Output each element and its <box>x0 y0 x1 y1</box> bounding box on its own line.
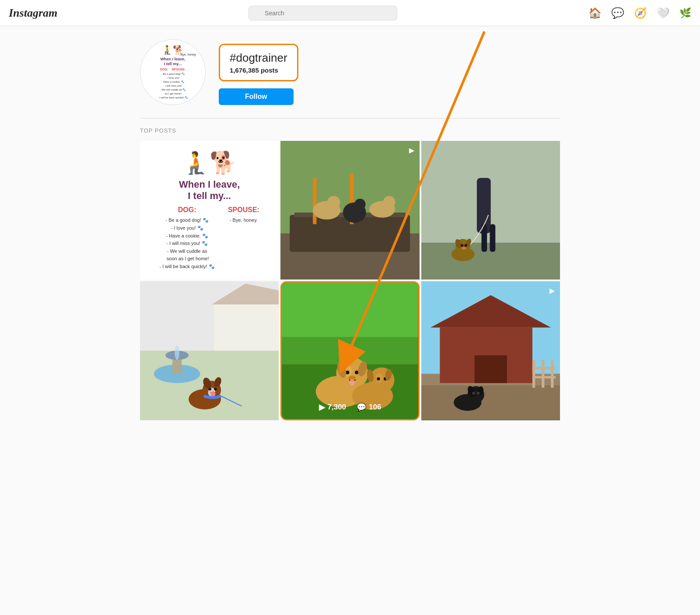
search-wrap: 🔍 <box>248 6 397 21</box>
svg-point-23 <box>462 247 466 249</box>
svg-point-47 <box>346 371 350 374</box>
leash-scene-svg <box>421 141 560 280</box>
profile-avatar: 🧎🐕 When I leave,I tell my... DOG: SPOUSE… <box>140 39 206 105</box>
aussie-scene-svg <box>140 281 279 420</box>
hashtag-posts-count: 1,676,385 posts <box>230 66 287 74</box>
hashtag-card: #dogtrainer 1,676,385 posts <box>219 44 298 81</box>
svg-rect-69 <box>532 367 556 369</box>
svg-rect-16 <box>490 224 495 252</box>
post-item-5[interactable]: ▶ 7,300 💬 106 <box>280 281 419 420</box>
meme-title: When I leave,I tell my... <box>179 179 240 202</box>
svg-point-11 <box>383 196 396 208</box>
meme-spouse-label: SPOUSE: <box>228 206 259 214</box>
avatar-title: When I leave,I tell my... <box>160 57 185 66</box>
post-item-1[interactable]: 🧎🐕 When I leave,I tell my... DOG: - Be a… <box>140 141 279 280</box>
play-icon: ▶ <box>319 402 325 412</box>
hashtag-title: #dogtrainer <box>230 51 287 65</box>
svg-rect-26 <box>214 304 279 351</box>
compass-icon[interactable]: 🧭 <box>634 8 647 18</box>
meme-columns: DOG: - Be a good dog! 🐾 - I love you! 🐾 … <box>149 206 270 270</box>
views-count: 7,300 <box>328 403 346 412</box>
post-inner-3 <box>421 141 560 280</box>
barn-scene-svg <box>421 281 560 420</box>
svg-point-37 <box>209 388 211 391</box>
messenger-icon[interactable]: 💬 <box>611 8 624 18</box>
app-logo[interactable]: Instagram <box>9 7 57 20</box>
app-header: Instagram 🔍 🏠 💬 🧭 🤍 🌿 <box>0 0 700 26</box>
meme-dog-col: DOG: - Be a good dog! 🐾 - I love you! 🐾 … <box>159 206 214 270</box>
svg-point-48 <box>355 371 358 374</box>
search-container: 🔍 <box>248 6 397 21</box>
section-top-posts-label: Top posts <box>140 118 560 134</box>
video-play-indicator-2: ▶ <box>409 146 414 154</box>
post-inner-6: ▶ <box>421 281 560 420</box>
svg-rect-70 <box>532 376 556 378</box>
video-play-indicator-6: ▶ <box>550 287 555 295</box>
post-item-6[interactable]: ▶ <box>421 281 560 420</box>
search-input[interactable] <box>248 6 397 21</box>
meme-spouse-col: SPOUSE: - Bye, honey. <box>228 206 259 270</box>
post-inner-5: ▶ 7,300 💬 106 <box>282 283 418 419</box>
svg-point-10 <box>355 199 366 210</box>
comment-icon: 💬 <box>357 402 366 412</box>
meme-dog-text: - Be a good dog! 🐾 - I love you! 🐾 - Hav… <box>159 217 214 270</box>
post-inner-4 <box>140 281 279 420</box>
svg-rect-4 <box>313 178 316 224</box>
comments-count: 106 <box>369 403 381 412</box>
heart-icon[interactable]: 🤍 <box>657 8 670 18</box>
views-stat: ▶ 7,300 <box>319 402 346 412</box>
svg-point-38 <box>214 388 217 391</box>
svg-point-39 <box>211 391 216 397</box>
svg-point-56 <box>377 377 380 381</box>
nav-icons: 🏠 💬 🧭 🤍 🌿 <box>588 8 691 18</box>
golden-scene-svg <box>282 283 418 419</box>
svg-rect-68 <box>551 360 553 388</box>
truck-scene-svg <box>280 141 419 280</box>
main-content: 🧎🐕 When I leave,I tell my... DOG: SPOUSE… <box>131 26 569 429</box>
follow-button[interactable]: Follow <box>219 88 294 105</box>
comments-stat: 💬 106 <box>357 402 381 412</box>
home-icon[interactable]: 🏠 <box>588 8 602 18</box>
posts-grid-wrapper: 🧎🐕 When I leave,I tell my... DOG: - Be a… <box>140 141 560 420</box>
avatar-labels: DOG: SPOUSE: <box>160 68 186 71</box>
svg-rect-67 <box>542 360 544 388</box>
svg-rect-66 <box>532 360 535 388</box>
activity-icon[interactable]: 🌿 <box>679 8 691 18</box>
post-item-3[interactable] <box>421 141 560 280</box>
post-item-2[interactable]: ▶ <box>280 141 419 280</box>
posts-grid: 🧎🐕 When I leave,I tell my... DOG: - Be a… <box>140 141 560 420</box>
svg-point-31 <box>175 346 179 360</box>
avatar-dog-label: DOG: <box>160 68 168 71</box>
svg-rect-65 <box>474 356 507 383</box>
post-inner-2: ▶ <box>280 141 419 280</box>
meme-icon: 🧎🐕 <box>182 150 237 175</box>
meme-dog-label: DOG: <box>159 206 214 214</box>
post-meme-content: 🧎🐕 When I leave,I tell my... DOG: - Be a… <box>140 141 279 280</box>
avatar-spouse-label: SPOUSE: <box>172 68 186 71</box>
profile-header: 🧎🐕 When I leave,I tell my... DOG: SPOUSE… <box>140 39 560 105</box>
svg-point-21 <box>461 244 463 247</box>
profile-info: #dogtrainer 1,676,385 posts Follow <box>219 39 560 105</box>
svg-point-9 <box>327 196 340 209</box>
svg-point-76 <box>477 392 480 395</box>
svg-rect-42 <box>282 283 418 337</box>
svg-point-22 <box>464 244 467 247</box>
svg-point-50 <box>350 379 355 386</box>
avatar-body: - Be a good dog! 🐾 - I love you! - Have … <box>158 72 188 100</box>
meme-spouse-text: - Bye, honey. <box>228 217 259 224</box>
post-inner-1: 🧎🐕 When I leave,I tell my... DOG: - Be a… <box>140 141 279 280</box>
post-stats-5: ▶ 7,300 💬 106 <box>282 402 418 412</box>
svg-point-75 <box>472 392 475 395</box>
svg-rect-61 <box>421 383 560 420</box>
post-item-4[interactable] <box>140 281 279 420</box>
